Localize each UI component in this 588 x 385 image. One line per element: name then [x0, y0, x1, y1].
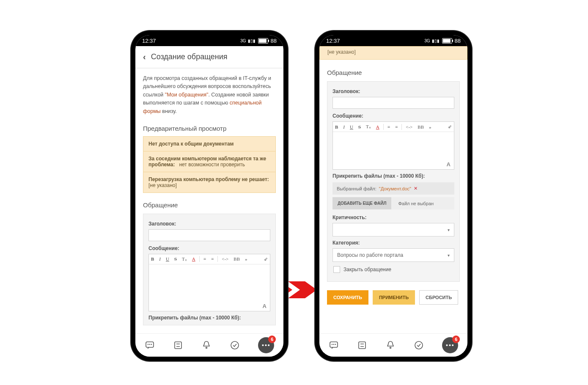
label-category: Категория:	[332, 240, 454, 246]
apply-button[interactable]: ПРИМЕНИТЬ	[373, 290, 415, 305]
label-message: Сообщение:	[148, 245, 270, 251]
bell-icon[interactable]	[201, 340, 212, 350]
select-category[interactable]: Вопросы по работе портала ▾	[332, 248, 454, 262]
battery-icon	[258, 38, 268, 44]
chevron-down-icon: ▾	[448, 253, 450, 258]
more-button[interactable]: ••• 6	[258, 337, 274, 353]
label-attach: Прикрепить файлы (max - 10000 Кб):	[332, 173, 454, 179]
label-title: Заголовок:	[148, 221, 270, 227]
svg-point-10	[231, 341, 239, 349]
underline-icon[interactable]: U	[165, 256, 170, 262]
check-icon[interactable]	[414, 340, 424, 350]
battery-level: 88	[455, 38, 461, 44]
back-icon[interactable]: ‹	[143, 52, 146, 62]
preview-a2: [не указано]	[148, 182, 177, 188]
svg-point-3	[148, 344, 148, 345]
svg-point-4	[149, 344, 150, 345]
input-title[interactable]	[332, 97, 454, 109]
phone-right: 12:37 3G ▮▯▮ 88 [не указано] Обращение З…	[315, 31, 472, 361]
code-icon[interactable]: <->	[404, 124, 414, 130]
preview-heading: Предварительный просмотр	[135, 121, 283, 134]
status-time: 12:37	[142, 38, 156, 44]
preview-a1: нет возможности проверить	[179, 162, 245, 168]
bars-icon: ▮▯▮	[248, 38, 256, 43]
selected-file-row: Выбранный файл: "Документ.doc" ✕	[332, 182, 454, 195]
resize-icon[interactable]: A	[447, 161, 451, 168]
italic-icon[interactable]: I	[342, 124, 346, 130]
notification-badge: 6	[268, 336, 276, 343]
svg-point-19	[415, 341, 423, 349]
resize-icon[interactable]: A	[263, 303, 267, 309]
message-editor: B I U S Tₓ A ≡ ≡ <-> BB » ⇙	[332, 121, 454, 170]
category-value: Вопросы по работе портала	[337, 252, 403, 258]
pin-icon[interactable]: ⇙	[263, 256, 269, 262]
svg-point-12	[332, 344, 332, 345]
message-editor: B I U S Tₓ A ≡ ≡ <-> BB » ⇙	[148, 254, 270, 311]
bell-icon[interactable]	[385, 340, 396, 350]
bold-icon[interactable]: B	[334, 124, 339, 130]
svg-rect-15	[359, 342, 365, 349]
checkbox-icon[interactable]	[333, 266, 340, 273]
check-icon[interactable]	[230, 340, 240, 350]
more-tools-icon[interactable]: »	[428, 124, 433, 130]
text-color-icon[interactable]: A	[191, 256, 197, 262]
svg-point-14	[335, 344, 335, 345]
pin-icon[interactable]: ⇙	[447, 124, 453, 130]
italic-icon[interactable]: I	[158, 256, 162, 262]
notification-badge: 6	[452, 336, 460, 343]
form-heading: Обращение	[319, 66, 467, 78]
close-request-row[interactable]: Закрыть обращение	[333, 266, 453, 273]
select-criticality[interactable]: ▾	[332, 223, 454, 236]
editor-toolbar: B I U S Tₓ A ≡ ≡ <-> BB » ⇙	[149, 254, 270, 264]
add-file-button[interactable]: ДОБАВИТЬ ЕЩЕ ФАЙЛ	[332, 197, 391, 209]
input-title[interactable]	[148, 229, 270, 241]
dots-icon: •••	[262, 342, 271, 349]
chevron-down-icon: ▾	[448, 228, 450, 232]
page-title: Создание обращения	[151, 52, 228, 61]
header-bar: ‹ Создание обращения	[135, 46, 283, 69]
more-tools-icon[interactable]: »	[244, 256, 249, 262]
action-buttons: СОХРАНИТЬ ПРИМЕНИТЬ СБРОСИТЬ	[319, 285, 467, 310]
label-criticality: Критичность:	[332, 214, 454, 220]
save-button[interactable]: СОХРАНИТЬ	[327, 290, 368, 305]
intro-post: внизу.	[161, 108, 177, 114]
strike-icon[interactable]: S	[357, 124, 362, 130]
status-bar: 12:37 3G ▮▯▮ 88	[135, 35, 283, 46]
remove-file-icon[interactable]: ✕	[414, 186, 418, 191]
clear-format-icon[interactable]: Tₓ	[181, 256, 188, 262]
link-my-requests[interactable]: "Мои обращения"	[165, 92, 209, 98]
bold-icon[interactable]: B	[150, 256, 155, 262]
bottom-nav: ••• 6	[319, 333, 467, 357]
file-status: Файл не выбран	[398, 201, 434, 206]
reset-button[interactable]: СБРОСИТЬ	[419, 290, 458, 305]
form-heading: Обращение	[135, 198, 283, 210]
preview-q2: Перезагрузка компьютера проблему не реша…	[148, 176, 269, 182]
chat-icon[interactable]	[329, 340, 339, 350]
bbcode-icon[interactable]: BB	[416, 124, 425, 130]
ordered-list-icon[interactable]: ≡	[202, 256, 207, 262]
chat-icon[interactable]	[145, 340, 155, 350]
editor-body[interactable]: A	[149, 264, 270, 311]
code-icon[interactable]: <->	[220, 256, 230, 262]
form-area: Заголовок: Сообщение: B I U S Tₓ A ≡ ≡	[327, 81, 460, 282]
phone-left: 12:37 3G ▮▯▮ 88 ‹ Создание обращения Для…	[131, 31, 288, 361]
text-color-icon[interactable]: A	[375, 124, 381, 130]
underline-icon[interactable]: U	[349, 124, 354, 130]
label-attach-cut: Прикрепить файлы (max - 10000 Кб):	[148, 315, 270, 321]
strike-icon[interactable]: S	[173, 256, 178, 262]
bbcode-icon[interactable]: BB	[232, 256, 241, 262]
list-icon[interactable]	[173, 340, 183, 350]
ordered-list-icon[interactable]: ≡	[386, 124, 391, 130]
intro-text: Для просмотра созданных обращений в IT-с…	[135, 69, 283, 121]
more-button[interactable]: ••• 6	[442, 337, 458, 353]
editor-toolbar: B I U S Tₓ A ≡ ≡ <-> BB » ⇙	[333, 122, 454, 132]
clear-format-icon[interactable]: Tₓ	[365, 124, 372, 130]
svg-point-9	[206, 347, 207, 349]
editor-body[interactable]: A	[333, 132, 454, 169]
selected-file-label: Выбранный файл:	[337, 186, 376, 191]
form-area: Заголовок: Сообщение: B I U S Tₓ A ≡ ≡	[143, 214, 276, 325]
list-icon[interactable]	[357, 340, 367, 350]
selected-file-name: "Документ.doc"	[379, 186, 411, 191]
unordered-list-icon[interactable]: ≡	[394, 124, 399, 130]
unordered-list-icon[interactable]: ≡	[210, 256, 215, 262]
